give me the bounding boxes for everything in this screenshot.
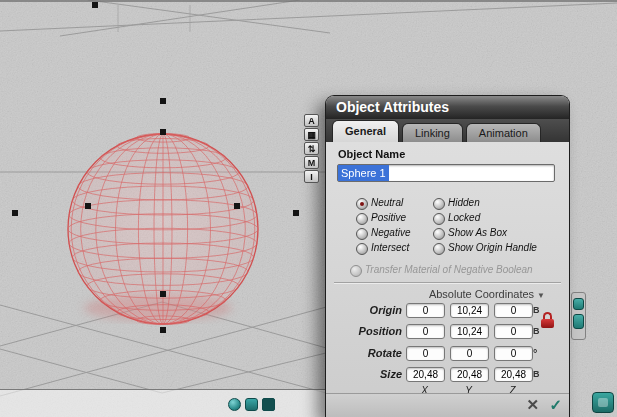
rotate-y-input[interactable]: [450, 346, 489, 361]
radio-show-origin-handle[interactable]: [433, 243, 445, 255]
origin-y-input[interactable]: [450, 303, 489, 318]
selection-handle[interactable]: [92, 2, 98, 8]
side-scrollbar[interactable]: [571, 292, 586, 340]
dialog-title: Object Attributes: [326, 96, 569, 119]
size-x-input[interactable]: [406, 367, 445, 382]
selection-handle[interactable]: [234, 203, 240, 209]
chevron-down-icon: ▼: [537, 291, 545, 300]
rotate-row-label: Rotate: [326, 346, 402, 361]
radio-intersect[interactable]: [356, 243, 368, 255]
radio-show-as-box-label: Show As Box: [448, 227, 507, 238]
position-x-input[interactable]: [406, 324, 445, 339]
radio-positive-label: Positive: [371, 212, 406, 223]
size-row-label: Size: [326, 367, 402, 382]
tab-general[interactable]: General: [332, 120, 399, 142]
radio-hidden[interactable]: [433, 198, 445, 210]
tab-animation[interactable]: Animation: [466, 123, 541, 142]
rotate-z-input[interactable]: [494, 346, 533, 361]
size-y-input[interactable]: [450, 367, 489, 382]
radio-show-origin-handle-label: Show Origin Handle: [448, 242, 537, 253]
position-z-input[interactable]: [494, 324, 533, 339]
origin-unit-label: B: [533, 305, 540, 315]
selection-handle[interactable]: [293, 210, 299, 216]
dialog-footer: ✕ ✓: [326, 393, 569, 417]
grid-tool-icon[interactable]: [245, 398, 258, 411]
selection-handle[interactable]: [160, 129, 166, 135]
tab-linking[interactable]: Linking: [402, 123, 463, 142]
origin-x-input[interactable]: [406, 303, 445, 318]
radio-positive[interactable]: [356, 213, 368, 225]
object-name-input[interactable]: Sphere 1: [337, 164, 555, 182]
cancel-icon[interactable]: ✕: [526, 396, 539, 414]
coordinates-mode-dropdown[interactable]: Absolute Coordinates▼: [429, 288, 545, 300]
radio-show-as-box[interactable]: [433, 228, 445, 240]
selection-handle[interactable]: [160, 98, 166, 104]
tray-tool-swap-button[interactable]: ⇅: [304, 142, 319, 155]
origin-row-label: Origin: [326, 303, 402, 318]
lock-icon[interactable]: [541, 312, 554, 330]
tray-tool-i-button[interactable]: I: [304, 170, 319, 183]
selection-handle[interactable]: [12, 210, 18, 216]
selection-handle[interactable]: [160, 327, 166, 333]
tray-toolbar: A ▦ ⇅ M I: [304, 114, 319, 184]
size-unit-label: B: [533, 369, 540, 379]
selection-handle[interactable]: [85, 203, 91, 209]
radio-hidden-label: Hidden: [448, 197, 480, 208]
scrollbar-thumb[interactable]: [573, 314, 584, 329]
radio-negative[interactable]: [356, 228, 368, 240]
corner-tool-icon[interactable]: [592, 392, 614, 413]
tray-tool-m-button[interactable]: M: [304, 156, 319, 169]
radio-neutral[interactable]: [356, 198, 368, 210]
section-divider: [334, 282, 561, 284]
radio-intersect-label: Intersect: [371, 242, 409, 253]
dark-tool-icon[interactable]: [262, 398, 275, 411]
radio-transfer-material: [350, 265, 362, 277]
position-y-input[interactable]: [450, 324, 489, 339]
origin-z-input[interactable]: [494, 303, 533, 318]
transfer-material-label: Transfer Material of Negative Boolean: [365, 264, 533, 275]
coordinates-mode-label: Absolute Coordinates: [429, 288, 534, 300]
rotate-unit-label: °: [533, 347, 537, 359]
radio-locked[interactable]: [433, 213, 445, 225]
tray-tool-a-button[interactable]: A: [304, 114, 319, 127]
selection-handle[interactable]: [160, 291, 166, 297]
radio-locked-label: Locked: [448, 212, 480, 223]
position-row-label: Position: [326, 324, 402, 339]
confirm-icon[interactable]: ✓: [549, 396, 562, 414]
sphere-tool-icon[interactable]: [228, 398, 241, 411]
app-window: A ▦ ⇅ M I Object Attributes General Link…: [0, 0, 617, 417]
object-name-label: Object Name: [338, 148, 405, 160]
object-attributes-dialog: Object Attributes General Linking Animat…: [325, 95, 570, 417]
object-name-value: Sphere 1: [338, 165, 389, 181]
scrollbar-thumb[interactable]: [573, 298, 584, 310]
size-z-input[interactable]: [494, 367, 533, 382]
radio-negative-label: Negative: [371, 227, 410, 238]
dialog-tabbar: General Linking Animation: [326, 119, 569, 142]
rotate-x-input[interactable]: [406, 346, 445, 361]
dialog-body: Object Name Sphere 1 Neutral Positive Ne…: [326, 142, 569, 417]
radio-neutral-label: Neutral: [371, 197, 403, 208]
bottom-bar: [0, 389, 329, 417]
tray-tool-grid-button[interactable]: ▦: [304, 128, 319, 141]
position-unit-label: B: [533, 326, 540, 336]
dock: [228, 398, 275, 411]
